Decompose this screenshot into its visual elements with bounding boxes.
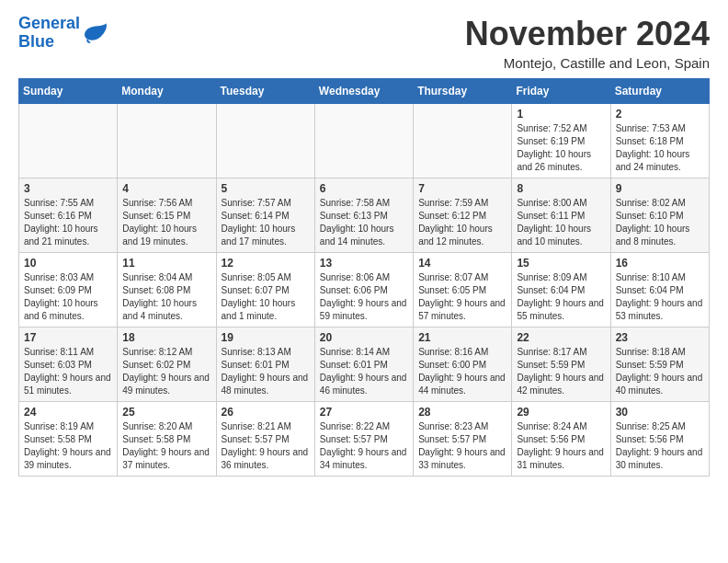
logo-general: General <box>18 14 80 32</box>
calendar-cell: 14Sunrise: 8:07 AM Sunset: 6:05 PM Dayli… <box>414 253 512 327</box>
day-number: 6 <box>320 182 408 195</box>
day-info: Sunrise: 8:00 AM Sunset: 6:11 PM Dayligh… <box>517 197 605 248</box>
day-number: 10 <box>24 257 112 270</box>
day-info: Sunrise: 7:59 AM Sunset: 6:12 PM Dayligh… <box>418 197 506 248</box>
day-number: 30 <box>616 406 704 419</box>
day-info: Sunrise: 8:02 AM Sunset: 6:10 PM Dayligh… <box>616 197 704 248</box>
calendar-week-row: 17Sunrise: 8:11 AM Sunset: 6:03 PM Dayli… <box>19 327 710 402</box>
calendar-cell: 6Sunrise: 7:58 AM Sunset: 6:13 PM Daylig… <box>314 178 413 253</box>
calendar-cell <box>314 104 413 178</box>
calendar-cell: 21Sunrise: 8:16 AM Sunset: 6:00 PM Dayli… <box>414 327 512 402</box>
calendar-cell: 8Sunrise: 8:00 AM Sunset: 6:11 PM Daylig… <box>512 178 610 253</box>
day-info: Sunrise: 8:07 AM Sunset: 6:05 PM Dayligh… <box>418 271 506 323</box>
calendar-cell: 19Sunrise: 8:13 AM Sunset: 6:01 PM Dayli… <box>216 327 314 402</box>
day-info: Sunrise: 7:55 AM Sunset: 6:16 PM Dayligh… <box>24 197 112 248</box>
day-info: Sunrise: 8:24 AM Sunset: 5:56 PM Dayligh… <box>517 420 605 472</box>
calendar-cell: 27Sunrise: 8:22 AM Sunset: 5:57 PM Dayli… <box>314 402 413 477</box>
calendar-title: November 2024 <box>465 15 710 53</box>
day-number: 13 <box>320 257 408 270</box>
calendar-cell: 12Sunrise: 8:05 AM Sunset: 6:07 PM Dayli… <box>216 253 314 327</box>
calendar-week-row: 10Sunrise: 8:03 AM Sunset: 6:09 PM Dayli… <box>19 253 710 327</box>
page-header: General Blue November 2024 Montejo, Cast… <box>18 15 710 71</box>
calendar-cell: 11Sunrise: 8:04 AM Sunset: 6:08 PM Dayli… <box>118 253 216 327</box>
day-number: 17 <box>24 331 112 344</box>
weekday-header-sunday: Sunday <box>19 79 118 104</box>
day-number: 24 <box>24 406 112 419</box>
day-info: Sunrise: 8:13 AM Sunset: 6:01 PM Dayligh… <box>222 346 310 397</box>
day-number: 25 <box>122 406 210 419</box>
day-number: 2 <box>616 108 704 121</box>
day-info: Sunrise: 8:06 AM Sunset: 6:06 PM Dayligh… <box>320 271 408 323</box>
logo: General Blue <box>18 15 108 52</box>
calendar-table: SundayMondayTuesdayWednesdayThursdayFrid… <box>18 78 710 477</box>
day-info: Sunrise: 7:58 AM Sunset: 6:13 PM Dayligh… <box>320 197 408 248</box>
calendar-cell <box>216 104 314 178</box>
calendar-cell <box>118 104 216 178</box>
day-info: Sunrise: 8:21 AM Sunset: 5:57 PM Dayligh… <box>222 420 310 472</box>
calendar-cell: 7Sunrise: 7:59 AM Sunset: 6:12 PM Daylig… <box>414 178 512 253</box>
calendar-cell <box>19 104 118 178</box>
weekday-header-wednesday: Wednesday <box>314 79 413 104</box>
day-info: Sunrise: 8:09 AM Sunset: 6:04 PM Dayligh… <box>517 271 605 323</box>
day-number: 22 <box>517 331 605 344</box>
day-info: Sunrise: 8:19 AM Sunset: 5:58 PM Dayligh… <box>24 420 112 472</box>
day-number: 16 <box>616 257 704 270</box>
calendar-cell: 3Sunrise: 7:55 AM Sunset: 6:16 PM Daylig… <box>19 178 118 253</box>
day-info: Sunrise: 8:25 AM Sunset: 5:56 PM Dayligh… <box>616 420 704 472</box>
day-number: 19 <box>222 331 310 344</box>
weekday-header-thursday: Thursday <box>414 79 512 104</box>
calendar-cell: 28Sunrise: 8:23 AM Sunset: 5:57 PM Dayli… <box>414 402 512 477</box>
logo-bird-icon <box>82 22 108 44</box>
day-number: 18 <box>122 331 210 344</box>
weekday-header-tuesday: Tuesday <box>216 79 314 104</box>
day-number: 28 <box>418 406 506 419</box>
calendar-cell: 24Sunrise: 8:19 AM Sunset: 5:58 PM Dayli… <box>19 402 118 477</box>
calendar-cell: 2Sunrise: 7:53 AM Sunset: 6:18 PM Daylig… <box>610 104 709 178</box>
day-info: Sunrise: 8:16 AM Sunset: 6:00 PM Dayligh… <box>418 346 506 397</box>
day-number: 23 <box>616 331 704 344</box>
day-number: 21 <box>418 331 506 344</box>
calendar-cell: 17Sunrise: 8:11 AM Sunset: 6:03 PM Dayli… <box>19 327 118 402</box>
day-info: Sunrise: 7:56 AM Sunset: 6:15 PM Dayligh… <box>122 197 210 248</box>
calendar-cell: 18Sunrise: 8:12 AM Sunset: 6:02 PM Dayli… <box>118 327 216 402</box>
calendar-cell: 9Sunrise: 8:02 AM Sunset: 6:10 PM Daylig… <box>610 178 709 253</box>
day-number: 12 <box>222 257 310 270</box>
calendar-cell: 29Sunrise: 8:24 AM Sunset: 5:56 PM Dayli… <box>512 402 610 477</box>
weekday-header-friday: Friday <box>512 79 610 104</box>
calendar-cell: 23Sunrise: 8:18 AM Sunset: 5:59 PM Dayli… <box>610 327 709 402</box>
calendar-week-row: 1Sunrise: 7:52 AM Sunset: 6:19 PM Daylig… <box>19 104 710 178</box>
calendar-week-row: 24Sunrise: 8:19 AM Sunset: 5:58 PM Dayli… <box>19 402 710 477</box>
calendar-cell: 20Sunrise: 8:14 AM Sunset: 6:01 PM Dayli… <box>314 327 413 402</box>
day-info: Sunrise: 7:52 AM Sunset: 6:19 PM Dayligh… <box>517 122 605 174</box>
day-number: 20 <box>320 331 408 344</box>
day-number: 5 <box>222 182 310 195</box>
calendar-cell: 16Sunrise: 8:10 AM Sunset: 6:04 PM Dayli… <box>610 253 709 327</box>
calendar-cell: 13Sunrise: 8:06 AM Sunset: 6:06 PM Dayli… <box>314 253 413 327</box>
day-info: Sunrise: 8:10 AM Sunset: 6:04 PM Dayligh… <box>616 271 704 323</box>
weekday-header-row: SundayMondayTuesdayWednesdayThursdayFrid… <box>19 79 710 104</box>
calendar-subtitle: Montejo, Castille and Leon, Spain <box>465 55 710 71</box>
day-info: Sunrise: 8:03 AM Sunset: 6:09 PM Dayligh… <box>24 271 112 323</box>
day-number: 4 <box>122 182 210 195</box>
day-number: 9 <box>616 182 704 195</box>
calendar-cell: 26Sunrise: 8:21 AM Sunset: 5:57 PM Dayli… <box>216 402 314 477</box>
day-number: 11 <box>122 257 210 270</box>
day-number: 14 <box>418 257 506 270</box>
calendar-cell: 10Sunrise: 8:03 AM Sunset: 6:09 PM Dayli… <box>19 253 118 327</box>
day-number: 15 <box>517 257 605 270</box>
day-info: Sunrise: 8:18 AM Sunset: 5:59 PM Dayligh… <box>616 346 704 397</box>
weekday-header-monday: Monday <box>118 79 216 104</box>
day-info: Sunrise: 8:14 AM Sunset: 6:01 PM Dayligh… <box>320 346 408 397</box>
day-info: Sunrise: 8:11 AM Sunset: 6:03 PM Dayligh… <box>24 346 112 397</box>
day-info: Sunrise: 7:57 AM Sunset: 6:14 PM Dayligh… <box>222 197 310 248</box>
day-info: Sunrise: 8:17 AM Sunset: 5:59 PM Dayligh… <box>517 346 605 397</box>
day-number: 3 <box>24 182 112 195</box>
day-number: 8 <box>517 182 605 195</box>
weekday-header-saturday: Saturday <box>610 79 709 104</box>
calendar-cell: 15Sunrise: 8:09 AM Sunset: 6:04 PM Dayli… <box>512 253 610 327</box>
day-info: Sunrise: 8:23 AM Sunset: 5:57 PM Dayligh… <box>418 420 506 472</box>
calendar-cell: 4Sunrise: 7:56 AM Sunset: 6:15 PM Daylig… <box>118 178 216 253</box>
calendar-cell: 1Sunrise: 7:52 AM Sunset: 6:19 PM Daylig… <box>512 104 610 178</box>
day-number: 1 <box>517 108 605 121</box>
calendar-cell: 30Sunrise: 8:25 AM Sunset: 5:56 PM Dayli… <box>610 402 709 477</box>
